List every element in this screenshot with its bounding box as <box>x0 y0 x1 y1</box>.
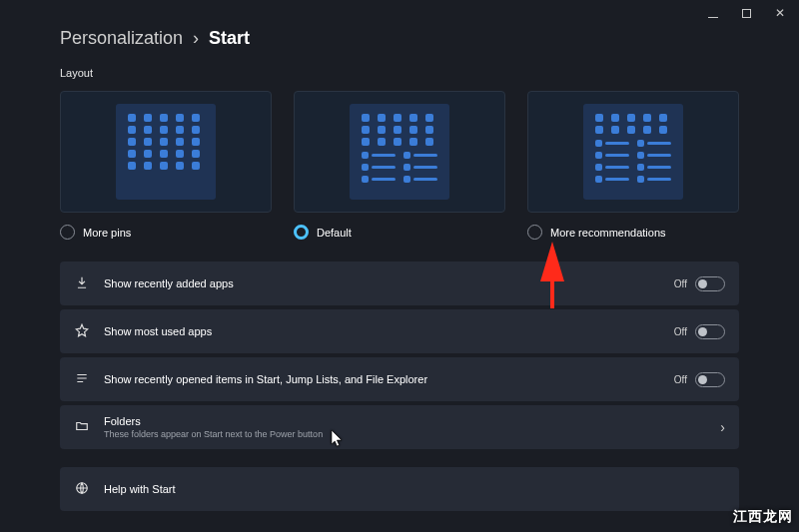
globe-icon <box>74 481 90 497</box>
setting-title: Show recently opened items in Start, Jum… <box>104 373 660 385</box>
setting-row-most-used[interactable]: Show most used apps Off <box>60 309 739 353</box>
radio-more-recommendations[interactable] <box>527 225 542 240</box>
breadcrumb: Personalization › Start <box>60 28 739 49</box>
close-button[interactable]: ✕ <box>775 8 785 20</box>
toggle-state-label: Off <box>674 374 687 385</box>
layout-option-more-recommendations[interactable]: More recommendations <box>527 91 739 240</box>
page-title: Start <box>209 28 250 49</box>
section-label-layout: Layout <box>60 67 739 79</box>
setting-title: Show most used apps <box>104 325 660 337</box>
setting-title: Help with Start <box>104 483 725 495</box>
layout-option-more-pins[interactable]: More pins <box>60 91 272 240</box>
chevron-right-icon: › <box>193 28 199 49</box>
layout-preview-more-pins <box>60 91 272 213</box>
radio-label: Default <box>317 227 352 239</box>
setting-title: Show recently added apps <box>104 277 660 289</box>
page-content: Personalization › Start Layout <box>0 0 799 511</box>
star-icon <box>74 323 90 339</box>
radio-more-pins[interactable] <box>60 225 75 240</box>
setting-subtitle: These folders appear on Start next to th… <box>104 429 706 439</box>
setting-row-help[interactable]: Help with Start <box>60 467 739 511</box>
radio-label: More pins <box>83 227 131 239</box>
folder-icon <box>74 419 90 435</box>
toggle-recently-added[interactable] <box>695 276 725 291</box>
radio-label: More recommendations <box>550 227 666 239</box>
download-icon <box>74 275 90 291</box>
setting-row-recently-opened[interactable]: Show recently opened items in Start, Jum… <box>60 357 739 401</box>
titlebar: ✕ <box>694 0 799 28</box>
list-icon <box>74 371 90 387</box>
setting-row-recently-added[interactable]: Show recently added apps Off <box>60 262 739 305</box>
maximize-button[interactable] <box>742 8 751 20</box>
breadcrumb-parent[interactable]: Personalization <box>60 28 183 49</box>
toggle-state-label: Off <box>674 278 687 289</box>
radio-default[interactable] <box>294 225 309 240</box>
chevron-right-icon: › <box>720 419 725 435</box>
layout-options: More pins <box>60 91 739 240</box>
layout-preview-more-recommendations <box>527 91 739 213</box>
setting-row-folders[interactable]: Folders These folders appear on Start ne… <box>60 405 739 449</box>
minimize-button[interactable] <box>708 8 718 20</box>
layout-preview-default <box>294 91 505 213</box>
toggle-most-used[interactable] <box>695 324 725 339</box>
toggle-state-label: Off <box>674 326 687 337</box>
toggle-recently-opened[interactable] <box>695 372 725 387</box>
layout-option-default[interactable]: Default <box>294 91 505 240</box>
watermark: 江西龙网 <box>733 508 793 526</box>
setting-title: Folders <box>104 415 706 427</box>
settings-list: Show recently added apps Off Show most u… <box>60 262 739 511</box>
